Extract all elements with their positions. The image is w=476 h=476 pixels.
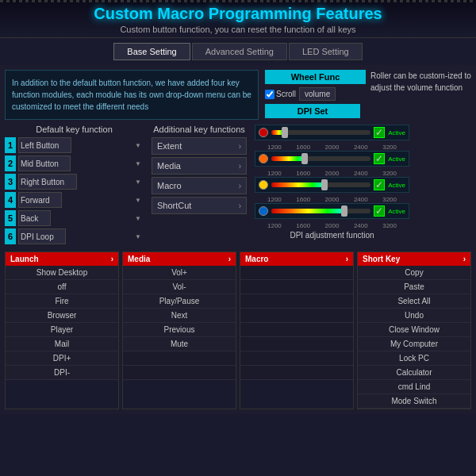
- shortkey-item-modeswitch[interactable]: Mode Switch: [358, 394, 470, 409]
- macro-empty-7: [240, 351, 353, 366]
- tab-base[interactable]: Base Setting: [113, 43, 190, 60]
- launch-item-browser[interactable]: Browser: [6, 309, 118, 323]
- launch-item-mail[interactable]: Mail: [6, 337, 118, 351]
- dpi-row-1: ✓ Active: [255, 125, 409, 140]
- shortkey-item-selectall[interactable]: Select All: [358, 294, 470, 309]
- shortkey-item-lockpc[interactable]: Lock PC: [358, 351, 470, 366]
- shortkey-item-mycomputer[interactable]: My Computer: [358, 337, 470, 351]
- key-row-6: 6 DPI Loop: [5, 228, 144, 244]
- macro-empty-2: [240, 280, 353, 294]
- launch-item-dpiplus[interactable]: DPI+: [6, 351, 118, 366]
- macro-empty-5: [240, 323, 353, 337]
- default-keys-panel: Default key function 1 Left Button 2 Mid…: [5, 125, 144, 247]
- launch-panel-title: Launch: [10, 255, 39, 263]
- shortkey-item-undo[interactable]: Undo: [358, 309, 470, 323]
- dpi-labels-1: 12001600200024003200: [255, 144, 409, 151]
- dpi-sliders-panel: ✓ Active 12001600200024003200 ✓ Active 1…: [255, 125, 409, 247]
- wheel-func-button[interactable]: Wheel Func: [265, 70, 366, 84]
- shortkey-item-closewindow[interactable]: Close Window: [358, 323, 470, 337]
- media-button[interactable]: Media ›: [152, 157, 247, 175]
- shortkey-item-copy[interactable]: Copy: [358, 266, 470, 280]
- dpi-track-4[interactable]: [271, 209, 370, 213]
- bottom-panels: Launch › Show Desktop off Fire Browser P…: [5, 251, 471, 409]
- media-item-previous[interactable]: Previous: [123, 323, 236, 337]
- wheel-section: Wheel Func Scroll volume DPI Set: [265, 70, 366, 120]
- media-item-playpause[interactable]: Play/Pause: [123, 294, 236, 309]
- dpi-row-3: ✓ Active: [255, 177, 409, 193]
- dpi-thumb-2: [301, 153, 308, 164]
- macro-label: Macro: [157, 181, 182, 190]
- media-panel: Media › Vol+ Vol- Play/Pause Next Previo…: [122, 251, 236, 409]
- launch-item-dpiminus[interactable]: DPI-: [6, 366, 118, 380]
- macro-empty-3: [240, 294, 353, 309]
- dpi-track-2[interactable]: [271, 156, 370, 161]
- key-num-4: 4: [5, 192, 16, 208]
- shortcut-arrow-icon: ›: [239, 202, 241, 210]
- dpi-track-3[interactable]: [271, 182, 370, 187]
- shortkey-item-paste[interactable]: Paste: [358, 280, 470, 294]
- shortkey-panel-title: Short Key: [363, 255, 400, 263]
- dpi-active-3[interactable]: ✓: [374, 179, 385, 190]
- key-select-5[interactable]: Back: [18, 210, 51, 226]
- media-item-volplus[interactable]: Vol+: [123, 266, 236, 280]
- launch-item-showdesktop[interactable]: Show Desktop: [6, 266, 118, 280]
- shortcut-button[interactable]: ShortCut ›: [152, 197, 247, 214]
- key-num-1: 1: [5, 137, 16, 153]
- app-title: Custom Macro Programming Features: [0, 5, 476, 23]
- launch-item-fire[interactable]: Fire: [6, 294, 118, 309]
- key-row-5: 5 Back: [5, 210, 144, 226]
- tab-advanced[interactable]: Advanced Setting: [192, 43, 287, 60]
- shortkey-panel: Short Key › Copy Paste Select All Undo C…: [357, 251, 471, 409]
- shortkey-item-cmdlind[interactable]: cmd Lind: [358, 380, 470, 394]
- media-panel-header: Media ›: [123, 252, 236, 266]
- key-row-2: 2 Mid Button: [5, 155, 144, 171]
- dpi-active-1[interactable]: ✓: [374, 127, 385, 138]
- launch-item-player[interactable]: Player: [6, 323, 118, 337]
- dpi-dot-1: [259, 128, 268, 137]
- tab-bar: Base Setting Advanced Setting LED Settin…: [0, 38, 476, 65]
- key-select-1[interactable]: Left Button: [18, 137, 71, 153]
- key-select-4[interactable]: Forward: [18, 192, 62, 208]
- shortkey-item-calculator[interactable]: Calculator: [358, 366, 470, 380]
- media-item-volminus[interactable]: Vol-: [123, 280, 236, 294]
- media-item-next[interactable]: Next: [123, 309, 236, 323]
- dpi-active-4[interactable]: ✓: [374, 205, 385, 217]
- launch-panel: Launch › Show Desktop off Fire Browser P…: [5, 251, 119, 409]
- shortkey-panel-arrow-icon: ›: [463, 255, 466, 263]
- media-empty-2: [123, 366, 236, 380]
- key-select-3[interactable]: Right Button: [18, 174, 77, 190]
- additional-keys-title: Additional key functions: [152, 125, 247, 134]
- key-dropdown-wrap-2: Mid Button: [18, 155, 144, 171]
- key-select-6[interactable]: DPI Loop: [18, 228, 66, 244]
- dpi-track-1[interactable]: [271, 130, 370, 135]
- dpi-set-button[interactable]: DPI Set: [265, 104, 360, 118]
- dpi-thumb-1: [282, 127, 288, 138]
- launch-item-off[interactable]: off: [6, 280, 118, 294]
- launch-panel-header: Launch ›: [6, 252, 118, 266]
- key-row-1: 1 Left Button: [5, 137, 144, 153]
- macro-button[interactable]: Macro ›: [152, 177, 247, 194]
- extent-button[interactable]: Extent ›: [152, 137, 247, 155]
- key-select-2[interactable]: Mid Button: [18, 155, 71, 171]
- key-dropdown-wrap-4: Forward: [18, 192, 144, 208]
- key-num-3: 3: [5, 174, 16, 190]
- dpi-fill-4: [271, 209, 346, 213]
- key-row-3: 3 Right Button: [5, 174, 144, 190]
- media-item-mute[interactable]: Mute: [123, 337, 236, 351]
- key-dropdown-wrap-6: DPI Loop: [18, 228, 144, 244]
- extent-label: Extent: [157, 141, 182, 151]
- app-subtitle: Custom button function, you can reset th…: [0, 25, 476, 34]
- roller-description: Roller can be custom-ized to adjust the …: [370, 70, 471, 120]
- dpi-active-2[interactable]: ✓: [374, 153, 385, 164]
- macro-empty-4: [240, 309, 353, 323]
- tab-led[interactable]: LED Setting: [289, 43, 363, 60]
- macro-empty-6: [240, 337, 353, 351]
- launch-panel-arrow-icon: ›: [111, 255, 113, 263]
- extent-arrow-icon: ›: [239, 142, 241, 151]
- dpi-dot-2: [259, 154, 268, 163]
- key-num-2: 2: [5, 155, 16, 171]
- scroll-row: Scroll volume: [265, 87, 366, 101]
- default-keys-title: Default key function: [5, 125, 144, 134]
- scroll-checkbox[interactable]: [265, 90, 274, 99]
- scroll-checkbox-item: Scroll: [265, 90, 296, 99]
